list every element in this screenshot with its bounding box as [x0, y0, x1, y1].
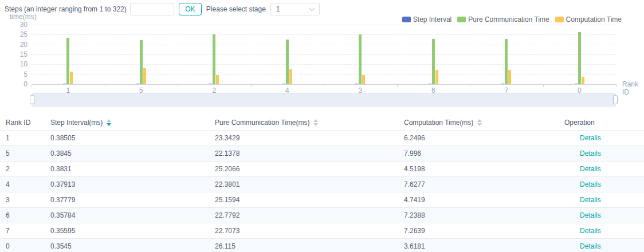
bar-pure-communication-time[interactable] — [140, 40, 143, 84]
y-axis-tick-label: 25 — [5, 31, 28, 38]
cell-rank-id: 0 — [0, 239, 50, 252]
legend-label: Step Interval — [413, 15, 451, 23]
bar-step-interval[interactable] — [501, 84, 504, 85]
ok-button[interactable]: OK — [179, 3, 202, 15]
cell-pure-communication-time: 26.115 — [215, 239, 404, 252]
sort-asc-caret[interactable] — [313, 119, 318, 122]
cell-pure-communication-time: 22.3801 — [215, 177, 404, 192]
legend-swatch — [457, 17, 466, 22]
details-link[interactable]: Details — [580, 180, 601, 188]
x-axis-tick — [616, 84, 616, 87]
legend-item-step-interval[interactable]: Step Interval — [402, 15, 451, 23]
column-header-operation: Operation — [564, 115, 644, 131]
scrollbar-right-handle[interactable] — [613, 95, 618, 104]
steps-label: Steps (an integer ranging from 1 to 322) — [5, 5, 127, 13]
sort-asc-caret[interactable] — [107, 119, 111, 122]
column-header-step-interval-ms[interactable]: Step Interval(ms) — [50, 115, 215, 131]
gridline — [32, 54, 616, 55]
cell-operation: Details — [564, 239, 644, 252]
table-row: 10.3850523.34296.2496Details — [0, 131, 644, 146]
details-link[interactable]: Details — [580, 165, 601, 173]
cell-pure-communication-time: 22.1378 — [215, 146, 404, 162]
bar-step-interval[interactable] — [429, 84, 431, 85]
bar-pure-communication-time[interactable] — [432, 39, 435, 84]
bar-computation-time[interactable] — [143, 68, 146, 84]
bar-pure-communication-time[interactable] — [505, 39, 508, 84]
details-link[interactable]: Details — [580, 149, 601, 158]
bar-computation-time[interactable] — [362, 75, 365, 84]
cell-computation-time: 7.996 — [404, 146, 564, 162]
bar-computation-time[interactable] — [70, 72, 73, 84]
sort-icon[interactable] — [313, 119, 318, 126]
table-row: 70.3559522.70737.2639Details — [0, 223, 644, 239]
x-axis-name: Rank ID — [622, 80, 644, 96]
gridline — [32, 25, 616, 25]
cell-step-interval: 0.3831 — [50, 162, 215, 177]
profiler-page: Steps (an integer ranging from 1 to 322)… — [0, 0, 644, 252]
gridline — [32, 45, 616, 45]
stage-select[interactable]: 1 — [270, 3, 320, 15]
details-link[interactable]: Details — [580, 196, 601, 204]
details-link[interactable]: Details — [580, 227, 601, 235]
bar-pure-communication-time[interactable] — [66, 38, 69, 84]
scrollbar-left-handle[interactable] — [30, 95, 34, 104]
sort-asc-caret[interactable] — [477, 119, 482, 122]
bar-computation-time[interactable] — [216, 75, 219, 84]
bar-step-interval[interactable] — [63, 84, 66, 85]
x-axis-tick — [251, 84, 252, 87]
y-axis-tick-label: 0 — [5, 81, 28, 88]
bar-computation-time[interactable] — [582, 77, 584, 84]
cell-operation: Details — [564, 162, 644, 177]
cell-pure-communication-time: 25.1594 — [215, 192, 404, 208]
x-axis-tick — [324, 84, 324, 87]
cell-rank-id: 6 — [0, 208, 50, 223]
bar-computation-time[interactable] — [508, 70, 511, 84]
cell-step-interval: 0.3545 — [50, 239, 215, 252]
y-axis-tick-label: 20 — [5, 41, 28, 48]
cell-computation-time: 4.7419 — [404, 192, 564, 208]
bar-step-interval[interactable] — [575, 84, 578, 85]
chevron-down-icon — [309, 5, 315, 11]
details-link[interactable]: Details — [580, 134, 601, 142]
details-link[interactable]: Details — [580, 211, 601, 219]
steps-input[interactable] — [130, 3, 174, 15]
bar-step-interval[interactable] — [136, 84, 139, 85]
cell-computation-time: 7.2639 — [404, 223, 564, 239]
bar-computation-time[interactable] — [289, 69, 292, 84]
cell-step-interval: 0.37779 — [50, 192, 215, 208]
sort-desc-caret[interactable] — [477, 123, 482, 126]
legend-label: Computation Time — [566, 15, 622, 23]
details-link[interactable]: Details — [580, 242, 601, 250]
bar-pure-communication-time[interactable] — [359, 34, 362, 84]
bar-step-interval[interactable] — [282, 84, 285, 85]
bar-pure-communication-time[interactable] — [286, 40, 289, 84]
legend-label: Pure Communication Time — [468, 15, 549, 23]
cell-operation: Details — [564, 192, 644, 208]
y-axis-tick-label: 15 — [5, 51, 28, 58]
sort-icon[interactable] — [107, 119, 111, 126]
cell-computation-time: 3.6181 — [404, 239, 564, 252]
column-header-pure-communication-time-ms[interactable]: Pure Communication Time(ms) — [215, 115, 404, 131]
chart-scrollbar[interactable] — [32, 93, 616, 107]
gridline — [32, 64, 616, 65]
cell-step-interval: 0.38505 — [50, 131, 215, 146]
x-axis-tick — [470, 84, 470, 87]
sort-desc-caret[interactable] — [313, 123, 318, 126]
legend-item-computation-time[interactable]: Computation Time — [555, 15, 622, 23]
cell-operation: Details — [564, 223, 644, 239]
bar-computation-time[interactable] — [435, 70, 438, 84]
bar-step-interval[interactable] — [209, 84, 212, 85]
cell-computation-time: 6.2496 — [404, 131, 564, 146]
column-header-rank-id: Rank ID — [0, 115, 50, 131]
cell-rank-id: 4 — [0, 177, 50, 192]
sort-icon[interactable] — [477, 119, 482, 126]
chart-legend: Step IntervalPure Communication TimeComp… — [402, 15, 622, 23]
bar-step-interval[interactable] — [355, 84, 358, 85]
y-axis-tick-label: 5 — [5, 71, 28, 78]
column-header-computation-time-ms[interactable]: Computation Time(ms) — [404, 115, 564, 131]
bar-pure-communication-time[interactable] — [213, 34, 215, 84]
sort-desc-caret[interactable] — [107, 123, 111, 126]
bar-pure-communication-time[interactable] — [578, 32, 581, 84]
legend-item-pure-communication-time[interactable]: Pure Communication Time — [457, 15, 549, 23]
rank-stats-table: Rank IDStep Interval(ms)Pure Communicati… — [0, 115, 644, 252]
